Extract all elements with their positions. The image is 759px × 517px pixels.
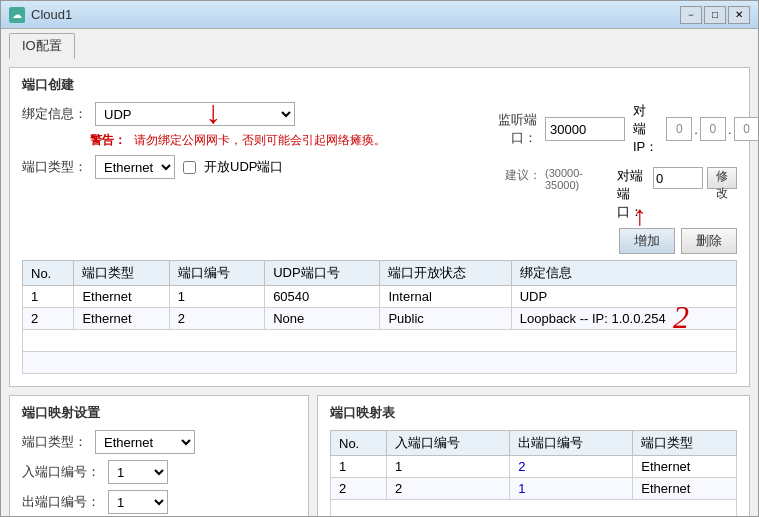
out-port-select[interactable]: 1 2 (108, 490, 168, 514)
monitor-port-input[interactable]: 30000 (545, 117, 625, 141)
col-num: 端口编号 (169, 261, 264, 286)
cell-status: Public (380, 308, 511, 330)
window-title: Cloud1 (31, 7, 680, 22)
map-cell-no: 2 (331, 478, 387, 500)
mapping-port-type-row: 端口类型： Ethernet (22, 430, 296, 454)
tab-io-config[interactable]: IO配置 (9, 33, 75, 59)
main-window: ☁ Cloud1 － □ ✕ IO配置 端口创建 ↑ 绑定信息： (0, 0, 759, 517)
remote-ip-display: . . . (666, 117, 758, 141)
bind-select[interactable]: UDP (95, 102, 295, 126)
delete-button[interactable]: 删除 (681, 228, 737, 254)
cell-num: 1 (169, 286, 264, 308)
bind-label: 绑定信息： (22, 105, 87, 123)
cell-udp: 60540 (265, 286, 380, 308)
minimize-button[interactable]: － (680, 6, 702, 24)
suggest-row: 建议： (30000-35000) 对端端口： 修改 (481, 167, 737, 221)
tab-bar: IO配置 (1, 29, 758, 59)
ip-seg-2[interactable] (700, 117, 726, 141)
close-button[interactable]: ✕ (728, 6, 750, 24)
col-udp: UDP端口号 (265, 261, 380, 286)
mapping-port-type-label: 端口类型： (22, 433, 87, 451)
in-port-select[interactable]: 1 2 (108, 460, 168, 484)
action-buttons-row: ↑ 增加 删除 (477, 228, 737, 254)
out-port-row: 出端口编号： 1 2 (22, 490, 296, 514)
table-row: 2 Ethernet 2 None Public Loopback -- IP:… (23, 308, 737, 330)
window-controls: － □ ✕ (680, 6, 750, 24)
map-cell-no: 1 (331, 456, 387, 478)
table-row: 1 Ethernet 1 60540 Internal UDP (23, 286, 737, 308)
in-port-label: 入端口编号： (22, 463, 100, 481)
mapping-port-type-select[interactable]: Ethernet (95, 430, 195, 454)
open-udp-checkbox[interactable] (183, 161, 196, 174)
port-mapping-settings-section: 端口映射设置 端口类型： Ethernet 入端口编号： 1 2 出端口 (9, 395, 309, 516)
map-cell-in: 2 (386, 478, 509, 500)
cell-no: 2 (23, 308, 74, 330)
map-table-row: 2 2 1 Ethernet (331, 478, 737, 500)
warning-label: 警告： (90, 132, 126, 149)
monitor-port-label: 监听端口： (477, 111, 537, 147)
monitor-port-row: 监听端口： 30000 对端IP： . . . (477, 102, 737, 156)
form-right-panel: 监听端口： 30000 对端IP： . . . (477, 102, 737, 254)
arrow-up-annotation: ↑ (633, 200, 647, 232)
port-creation-section: 端口创建 ↑ 绑定信息： UDP 警告： 请勿 (9, 67, 750, 387)
cell-num: 2 (169, 308, 264, 330)
arrow-down-annotation: ↑ (205, 98, 221, 135)
table-row-empty (23, 330, 737, 352)
map-col-no: No. (331, 431, 387, 456)
map-col-in: 入端口编号 (386, 431, 509, 456)
suggest-text: (30000-35000) (545, 167, 583, 191)
app-icon: ☁ (9, 7, 25, 23)
cell-udp: None (265, 308, 380, 330)
remote-ip-label: 对端IP： (633, 102, 658, 156)
mapping-table: No. 入端口编号 出端口编号 端口类型 1 1 2 Ethernet (330, 430, 737, 516)
cell-no: 1 (23, 286, 74, 308)
in-port-row: 入端口编号： 1 2 (22, 460, 296, 484)
map-table-row: 1 1 2 Ethernet (331, 456, 737, 478)
map-col-type: 端口类型 (633, 431, 737, 456)
col-no: No. (23, 261, 74, 286)
port-type-label: 端口类型： (22, 158, 87, 176)
annotation-2: 2 (673, 299, 689, 336)
mapping-settings-title: 端口映射设置 (22, 404, 296, 422)
map-cell-out: 2 (510, 456, 633, 478)
map-col-out: 出端口编号 (510, 431, 633, 456)
map-cell-type: Ethernet (633, 456, 737, 478)
cell-type: Ethernet (74, 308, 169, 330)
maximize-button[interactable]: □ (704, 6, 726, 24)
port-creation-title: 端口创建 (22, 76, 737, 94)
col-type: 端口类型 (74, 261, 169, 286)
main-content: 端口创建 ↑ 绑定信息： UDP 警告： 请勿 (1, 59, 758, 516)
remote-port-input[interactable] (653, 167, 703, 189)
mapping-table-title: 端口映射表 (330, 404, 737, 422)
titlebar: ☁ Cloud1 － □ ✕ (1, 1, 758, 29)
port-mapping-table-section: 端口映射表 No. 入端口编号 出端口编号 端口类型 1 (317, 395, 750, 516)
add-button[interactable]: 增加 (619, 228, 675, 254)
map-cell-type: Ethernet (633, 478, 737, 500)
port-type-row: 端口类型： Ethernet 开放UDP端口 (22, 155, 461, 179)
ip-seg-3[interactable] (734, 117, 758, 141)
map-cell-out: 1 (510, 478, 633, 500)
warning-row: 警告： 请勿绑定公网网卡，否则可能会引起网络瘫痪。 (90, 132, 461, 149)
map-cell-in: 1 (386, 456, 509, 478)
col-bind: 绑定信息 (511, 261, 736, 286)
bind-info-row: 绑定信息： UDP (22, 102, 461, 126)
port-table: No. 端口类型 端口编号 UDP端口号 端口开放状态 绑定信息 1 Ether… (22, 260, 737, 374)
warning-text: 请勿绑定公网网卡，否则可能会引起网络瘫痪。 (134, 132, 386, 149)
bottom-sections: 端口映射设置 端口类型： Ethernet 入端口编号： 1 2 出端口 (9, 395, 750, 516)
table-row-empty (23, 352, 737, 374)
cell-bind: UDP (511, 286, 736, 308)
port-type-select[interactable]: Ethernet (95, 155, 175, 179)
form-left: 绑定信息： UDP 警告： 请勿绑定公网网卡，否则可能会引起网络瘫痪。 端口类型… (22, 102, 461, 254)
suggest-label: 建议： (481, 167, 541, 184)
open-udp-label: 开放UDP端口 (204, 158, 283, 176)
cell-status: Internal (380, 286, 511, 308)
cell-type: Ethernet (74, 286, 169, 308)
map-table-row-empty (331, 500, 737, 517)
modify-button[interactable]: 修改 (707, 167, 737, 189)
ip-seg-1[interactable] (666, 117, 692, 141)
out-port-label: 出端口编号： (22, 493, 100, 511)
col-status: 端口开放状态 (380, 261, 511, 286)
cell-bind: Loopback -- IP: 1.0.0.254 (511, 308, 736, 330)
